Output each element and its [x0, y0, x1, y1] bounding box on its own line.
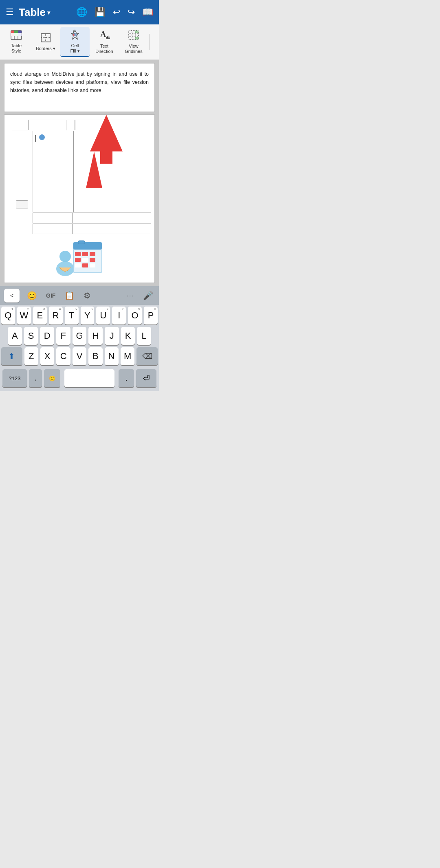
table-right-section — [33, 131, 151, 234]
key-x[interactable]: X — [40, 347, 54, 365]
key-space[interactable] — [64, 369, 114, 387]
key-g[interactable]: G — [73, 327, 87, 345]
view-gridlines-label: ViewGridlines — [125, 44, 142, 54]
back-icon: < — [10, 292, 13, 299]
key-shift[interactable]: ⬆ — [1, 347, 22, 365]
key-z[interactable]: Z — [24, 347, 38, 365]
key-l[interactable]: L — [137, 327, 151, 345]
period-label: . — [125, 374, 127, 383]
document-area: cloud storage on MobiDrive just by signi… — [0, 60, 159, 286]
key-m[interactable]: M — [121, 347, 134, 365]
toolbar-text-direction[interactable]: A TextDirection — [90, 27, 119, 57]
toolbar-insert[interactable]: + Insert — [150, 30, 159, 54]
svg-rect-42 — [90, 258, 95, 262]
toolbar-view-gridlines[interactable]: ViewGridlines — [119, 27, 148, 57]
key-q[interactable]: 1 Q — [1, 307, 15, 324]
svg-rect-8 — [14, 33, 18, 36]
toolbar-divider — [149, 34, 150, 50]
svg-rect-39 — [90, 252, 95, 256]
key-w[interactable]: 2 W — [17, 307, 31, 324]
key-e[interactable]: 3 E — [33, 307, 47, 324]
key-row-1: 1 Q 2 W 3 E 4 R 5 T 6 Y — [1, 307, 158, 324]
key-backspace[interactable]: ⌫ — [136, 347, 158, 365]
svg-rect-4 — [11, 31, 14, 33]
document-page-table — [4, 114, 155, 283]
svg-rect-7 — [11, 33, 14, 36]
svg-rect-46 — [78, 241, 85, 244]
key-k[interactable]: K — [121, 327, 135, 345]
keyboard-back-button[interactable]: < — [4, 289, 20, 302]
key-period[interactable]: . — [119, 369, 134, 387]
text-cursor — [35, 135, 36, 142]
document-page-text: cloud storage on MobiDrive just by signi… — [4, 63, 155, 112]
keyboard-mic-icon[interactable]: 🎤 — [141, 289, 155, 302]
svg-rect-23 — [135, 37, 139, 39]
backspace-icon: ⌫ — [142, 352, 152, 361]
svg-rect-40 — [75, 258, 81, 262]
key-t[interactable]: 5 T — [65, 307, 79, 324]
table-body — [12, 131, 151, 234]
reader-icon[interactable]: 📖 — [142, 7, 153, 18]
keyboard-more-icon[interactable]: ··· — [125, 291, 136, 300]
key-s[interactable]: S — [24, 327, 38, 345]
globe-icon[interactable]: 🌐 — [76, 7, 87, 18]
svg-rect-22 — [135, 31, 139, 33]
toolbar-borders[interactable]: Borders ▾ — [31, 31, 60, 54]
key-b[interactable]: B — [88, 347, 102, 365]
key-n[interactable]: N — [105, 347, 119, 365]
svg-rect-45 — [90, 263, 95, 267]
table-bottom-row1 — [33, 213, 151, 223]
toolbar: TableStyle Borders ▾ CellFill ▾ — [0, 24, 159, 60]
table-bottom-row2 — [33, 224, 151, 234]
cell-fill-icon — [70, 29, 80, 42]
header-title[interactable]: Table ▾ — [19, 6, 50, 19]
key-row-3: ⬆ Z X C V B N M ⌫ — [1, 347, 158, 365]
key-enter[interactable]: ⏎ — [136, 369, 156, 387]
title-dropdown-arrow[interactable]: ▾ — [47, 9, 50, 16]
toolbar-cell-fill[interactable]: CellFill ▾ — [60, 27, 90, 57]
key-v[interactable]: V — [73, 347, 86, 365]
key-u[interactable]: 7 U — [96, 307, 110, 324]
keyboard-clipboard-icon[interactable]: 📋 — [63, 289, 76, 302]
selection-handle[interactable] — [39, 134, 45, 140]
keyboard-settings-icon[interactable]: ⚙ — [82, 289, 92, 302]
key-j[interactable]: J — [105, 327, 119, 345]
menu-icon[interactable]: ☰ — [6, 8, 14, 17]
text-direction-icon: A — [99, 30, 110, 42]
table-header-row — [28, 120, 151, 130]
key-r[interactable]: 4 R — [49, 307, 63, 324]
svg-rect-6 — [18, 31, 22, 33]
key-d[interactable]: D — [40, 327, 54, 345]
keyboard-emoji-icon[interactable]: 😊 — [25, 289, 39, 302]
svg-text:A: A — [100, 30, 106, 39]
redo-icon[interactable]: ↪ — [128, 7, 135, 18]
borders-label: Borders ▾ — [36, 46, 55, 51]
svg-rect-44 — [82, 263, 88, 267]
key-f[interactable]: F — [56, 327, 70, 345]
emoji-key-icon: 🙂 — [49, 375, 55, 381]
keys-area: 1 Q 2 W 3 E 4 R 5 T 6 Y — [0, 305, 159, 391]
key-p[interactable]: 0 P — [144, 307, 158, 324]
keyboard-gif-label[interactable]: GIF — [44, 291, 57, 300]
key-emoji[interactable]: 🙂 — [44, 369, 60, 387]
svg-point-34 — [59, 251, 71, 262]
save-icon[interactable]: 💾 — [95, 7, 106, 18]
key-y[interactable]: 6 Y — [81, 307, 95, 324]
svg-rect-43 — [75, 263, 81, 267]
key-h[interactable]: H — [88, 327, 103, 345]
key-i[interactable]: 8 I — [112, 307, 126, 324]
key-o[interactable]: 9 O — [128, 307, 142, 324]
key-c[interactable]: C — [56, 347, 70, 365]
svg-point-14 — [73, 34, 75, 36]
key-num-switch[interactable]: ?123 — [2, 369, 27, 387]
calendar-illustration — [8, 238, 151, 279]
key-row-2: A S D F G H J K L — [1, 327, 158, 345]
key-comma[interactable]: , — [29, 369, 42, 387]
top-header: ☰ Table ▾ 🌐 💾 ↩ ↪ 📖 — [0, 0, 159, 24]
undo-icon[interactable]: ↩ — [113, 7, 120, 18]
svg-rect-5 — [14, 31, 18, 33]
table-main-cell[interactable] — [33, 131, 151, 212]
key-a[interactable]: A — [8, 327, 22, 345]
toolbar-table-style[interactable]: TableStyle — [2, 28, 31, 56]
calendar-svg — [53, 238, 106, 277]
